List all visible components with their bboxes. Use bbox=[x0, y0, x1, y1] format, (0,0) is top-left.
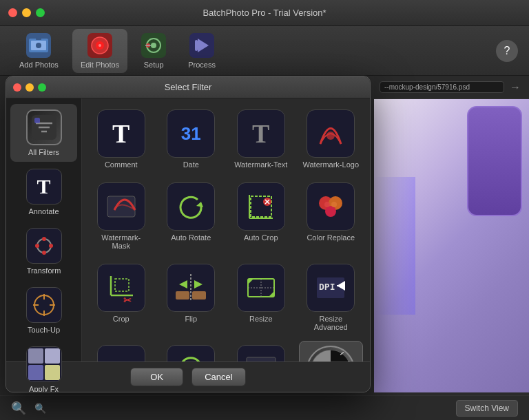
sidebar-item-transform[interactable]: Transform bbox=[10, 222, 77, 280]
process-icon bbox=[189, 33, 214, 58]
preview-glow bbox=[374, 177, 415, 315]
svg-point-41 bbox=[326, 132, 335, 140]
svg-point-8 bbox=[98, 44, 101, 47]
nav-arrow-icon[interactable]: → bbox=[507, 80, 523, 95]
modal-close-button[interactable] bbox=[13, 83, 21, 92]
add-photos-label: Add Photos bbox=[19, 61, 59, 69]
file-path: --mockup-design/57916.psd bbox=[380, 81, 504, 93]
window-controls[interactable] bbox=[8, 8, 45, 17]
filter-item-roll[interactable]: Roll bbox=[89, 341, 154, 361]
toolbar-add-photos[interactable]: Add Photos bbox=[11, 29, 67, 73]
select-filter-modal: Select Filter All Filters T Annot bbox=[6, 76, 371, 392]
zoom-out-button[interactable]: 🔍 bbox=[11, 401, 26, 416]
watermark-text-filter-name: Watermark-Text bbox=[234, 160, 287, 169]
close-button[interactable] bbox=[8, 8, 17, 17]
filter-item-comment[interactable]: T Comment bbox=[89, 105, 154, 173]
svg-point-25 bbox=[35, 244, 39, 248]
svg-point-24 bbox=[42, 251, 46, 255]
svg-rect-4 bbox=[36, 37, 41, 40]
filter-item-rotate[interactable]: Rotate bbox=[159, 341, 224, 361]
filter-item-auto-crop[interactable]: Auto Crop bbox=[229, 178, 293, 254]
apply-fx-icon bbox=[26, 346, 62, 382]
watermark-mask-filter-icon bbox=[97, 182, 145, 231]
modal-window-controls[interactable] bbox=[13, 83, 46, 92]
filter-item-watermark-text[interactable]: T Watermark-Text bbox=[229, 105, 293, 173]
edit-photos-label: Edit Photos bbox=[81, 61, 119, 69]
auto-rotate-filter-name: Auto Rotate bbox=[171, 233, 211, 242]
rotate-filter-icon bbox=[167, 345, 215, 361]
svg-rect-21 bbox=[34, 118, 40, 123]
date-filter-icon: 31 bbox=[167, 109, 215, 158]
modal-maximize-button[interactable] bbox=[38, 83, 46, 92]
svg-point-11 bbox=[151, 43, 156, 48]
modal-body: All Filters T Annotate Transform bbox=[6, 98, 370, 361]
filter-item-thumbnail[interactable]: Thumbnail bbox=[229, 341, 293, 361]
setup-icon bbox=[141, 33, 166, 58]
filter-item-auto-rotate[interactable]: Auto Rotate bbox=[159, 178, 224, 254]
cancel-button[interactable]: Cancel bbox=[191, 368, 245, 386]
svg-rect-85 bbox=[174, 352, 208, 361]
maximize-button[interactable] bbox=[36, 8, 45, 17]
filter-item-watermark-mask[interactable]: Watermark-Mask bbox=[89, 178, 154, 254]
filter-item-crop[interactable]: ✂ Crop bbox=[89, 260, 154, 335]
toolbar-process[interactable]: Process bbox=[180, 29, 224, 73]
resize-filter-name: Resize bbox=[249, 315, 273, 323]
svg-rect-35 bbox=[28, 365, 43, 380]
svg-rect-36 bbox=[45, 365, 60, 380]
watermark-text-filter-icon: T bbox=[237, 109, 285, 158]
sidebar-item-annotate[interactable]: T Annotate bbox=[10, 163, 77, 221]
titlebar: BatchPhoto Pro - Trial Version* bbox=[0, 0, 529, 26]
svg-point-26 bbox=[49, 244, 53, 248]
preview-background bbox=[374, 99, 529, 392]
filter-item-resize[interactable]: Resize bbox=[229, 260, 293, 335]
zoom-in-button[interactable]: 🔍 bbox=[34, 403, 46, 414]
svg-text:DPI: DPI bbox=[319, 282, 335, 292]
filter-item-date[interactable]: 31 Date bbox=[159, 105, 224, 173]
roll-filter-icon bbox=[97, 345, 145, 361]
color-replace-filter-name: Color Replace bbox=[307, 233, 355, 242]
crop-filter-name: Crop bbox=[113, 315, 129, 323]
resize-advanced-filter-name: Resize Advanced bbox=[303, 315, 360, 331]
ok-button[interactable]: OK bbox=[130, 368, 183, 386]
svg-rect-33 bbox=[28, 348, 43, 364]
toolbar-setup[interactable]: Setup bbox=[133, 29, 174, 73]
filter-grid: T Comment 31 Date T Watermark-Text bbox=[89, 105, 363, 361]
minimize-button[interactable] bbox=[22, 8, 31, 17]
flip-filter-name: Flip bbox=[185, 315, 197, 323]
filter-grid-container[interactable]: T Comment 31 Date T Watermark-Text bbox=[82, 98, 370, 361]
toolbar-edit-photos[interactable]: Edit Photos bbox=[72, 29, 127, 73]
modal-title: Select Filter bbox=[165, 82, 212, 92]
svg-rect-88 bbox=[247, 357, 276, 361]
process-label: Process bbox=[188, 61, 216, 69]
app-title: BatchPhoto Pro - Trial Version* bbox=[203, 8, 326, 18]
svg-text:✂: ✂ bbox=[123, 295, 132, 305]
filter-item-color-replace[interactable]: Color Replace bbox=[299, 178, 364, 254]
sidebar-item-apply-fx[interactable]: Apply Fx bbox=[10, 341, 77, 392]
watermark-logo-filter-name: Watermark-Logo bbox=[303, 160, 360, 169]
svg-point-23 bbox=[42, 237, 46, 241]
watermark-mask-filter-name: Watermark-Mask bbox=[93, 233, 149, 250]
sidebar-item-touch-up[interactable]: Touch-Up bbox=[10, 282, 77, 339]
auto-crop-filter-name: Auto Crop bbox=[244, 233, 278, 242]
statusbar: 🔍 🔍 Switch View bbox=[0, 395, 529, 420]
watermark-logo-filter-icon bbox=[307, 109, 355, 158]
transform-icon bbox=[26, 228, 62, 264]
flip-filter-icon bbox=[167, 264, 215, 312]
filter-item-auto-contrast[interactable]: Auto Contrast bbox=[299, 341, 364, 361]
all-filters-icon bbox=[26, 109, 62, 145]
filter-item-flip[interactable]: Flip bbox=[159, 260, 224, 335]
filter-item-watermark-logo[interactable]: Watermark-Logo bbox=[299, 105, 364, 173]
sidebar-annotate-label: Annotate bbox=[28, 207, 59, 216]
resize-advanced-filter-icon: DPI bbox=[307, 264, 355, 312]
sidebar-item-all-filters[interactable]: All Filters bbox=[10, 104, 77, 162]
auto-rotate-filter-icon bbox=[167, 182, 215, 231]
modal-minimize-button[interactable] bbox=[25, 83, 34, 92]
sidebar-apply-fx-label: Apply Fx bbox=[29, 385, 59, 392]
filter-item-resize-advanced[interactable]: DPI Resize Advanced bbox=[299, 260, 364, 335]
comment-filter-icon: T bbox=[97, 109, 145, 158]
svg-rect-43 bbox=[107, 196, 135, 217]
add-photos-icon bbox=[26, 33, 51, 58]
help-button[interactable]: ? bbox=[496, 40, 518, 62]
switch-view-button[interactable]: Switch View bbox=[456, 400, 518, 417]
svg-rect-16 bbox=[195, 40, 198, 51]
